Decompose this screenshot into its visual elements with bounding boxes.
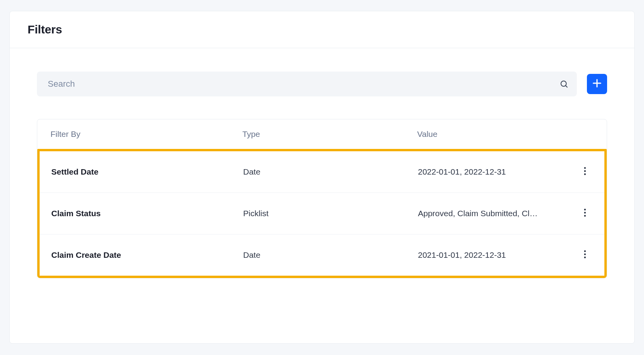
svg-point-6 (584, 173, 586, 175)
svg-point-11 (584, 253, 586, 255)
row-actions-button[interactable] (581, 208, 589, 219)
filter-name: Claim Create Date (51, 250, 243, 260)
add-filter-button[interactable] (587, 74, 607, 94)
kebab-icon (584, 250, 586, 261)
filter-name: Claim Status (51, 209, 243, 218)
column-header-type: Type (242, 129, 417, 139)
svg-point-12 (584, 256, 586, 258)
svg-line-1 (566, 86, 567, 87)
panel-body: Filter By Type Value Settled Date Date 2… (10, 48, 634, 290)
svg-point-4 (584, 167, 586, 169)
plus-icon (592, 78, 602, 90)
svg-point-7 (584, 208, 586, 210)
filter-name: Settled Date (51, 167, 243, 177)
column-header-filter-by: Filter By (50, 129, 242, 139)
table-header: Filter By Type Value (37, 119, 607, 149)
filter-type: Date (243, 250, 418, 260)
column-header-actions (578, 129, 594, 139)
table-row[interactable]: Claim Status Picklist Approved, Claim Su… (40, 192, 604, 234)
search-field-wrap[interactable] (37, 72, 577, 96)
page-title: Filters (28, 23, 616, 36)
kebab-icon (584, 167, 586, 177)
filter-value: 2022-01-01, 2022-12-31 (418, 167, 506, 177)
svg-point-10 (584, 250, 586, 252)
filter-type: Picklist (243, 209, 418, 218)
table-row[interactable]: Settled Date Date 2022-01-01, 2022-12-31 (40, 151, 604, 192)
row-actions-button[interactable] (581, 249, 589, 261)
kebab-icon (584, 208, 586, 219)
search-input[interactable] (48, 79, 553, 89)
table-body-highlighted: Settled Date Date 2022-01-01, 2022-12-31… (37, 149, 607, 278)
filter-value: 2021-01-01, 2022-12-31 (418, 250, 506, 260)
svg-point-8 (584, 212, 586, 213)
svg-point-9 (584, 215, 586, 217)
search-icon (560, 80, 568, 88)
panel-header: Filters (10, 11, 634, 48)
filters-panel: Filters Filter By Type Value (9, 11, 635, 344)
filters-table: Filter By Type Value Settled Date Date 2… (37, 119, 607, 278)
row-actions-button[interactable] (581, 166, 589, 178)
search-row (37, 72, 607, 96)
filter-value: Approved, Claim Submitted, Claim Paid, C… (418, 209, 538, 218)
svg-point-5 (584, 170, 586, 172)
table-row[interactable]: Claim Create Date Date 2021-01-01, 2022-… (40, 234, 604, 276)
filter-type: Date (243, 167, 418, 177)
column-header-value: Value (417, 129, 578, 139)
